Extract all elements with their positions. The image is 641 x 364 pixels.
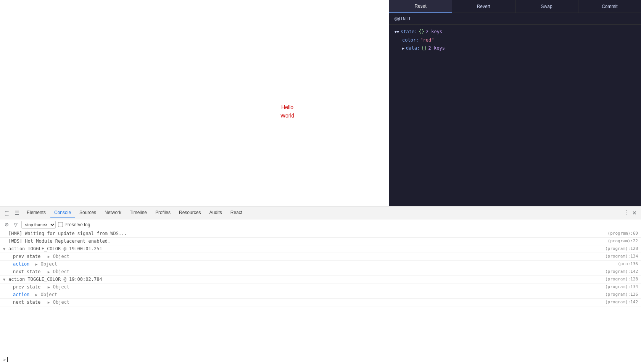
action2-next-line: ▶ next state Object (program):142 [0, 299, 641, 306]
swap-button[interactable]: Swap [515, 0, 578, 13]
state-key: state: [401, 28, 417, 36]
console-hmr-line: ▶ [HMR] Waiting for update signal from W… [0, 230, 641, 238]
action2-toggle[interactable] [3, 277, 7, 282]
console-cursor [7, 357, 8, 362]
preview-area: Hello World [0, 0, 389, 206]
action1-action-obj: Object [41, 261, 57, 267]
state-tree: ▼ state: {} 2 keys color: "red" ▶ data: … [389, 25, 641, 56]
action1-prev-text: prev state [13, 254, 46, 259]
action2-action-space [31, 292, 34, 297]
action2-next-obj: Object [53, 300, 69, 305]
color-key: color: [402, 36, 419, 45]
close-devtools-icon[interactable]: ✕ [631, 209, 638, 216]
action1-toggle[interactable] [3, 247, 7, 251]
tab-react[interactable]: React [227, 208, 246, 217]
action2-action-line: ▶ action Object (program):136 [0, 291, 641, 299]
action2-next-source: (program):142 [602, 300, 638, 304]
action2-action-source: (program):136 [602, 292, 638, 297]
action2-prev-line: ▶ prev state Object (program):134 [0, 283, 641, 291]
action2-next-text: next state [13, 300, 46, 305]
action1-next-source: (program):142 [602, 269, 638, 274]
toolbar: Reset Revert Swap Commit [389, 0, 641, 13]
frame-select[interactable]: <top frame> [21, 221, 56, 229]
action1-prev-source: (program):134 [602, 254, 638, 259]
console-wds-line: ▶ [WDS] Hot Module Replacement enabled. … [0, 238, 641, 245]
hello-world-text: Hello World [280, 103, 294, 120]
clear-console-icon[interactable]: ⊘ [3, 221, 10, 228]
action1-action-line: ▶ action Object (pro:136 [0, 261, 641, 268]
action2-prev-obj: Object [53, 284, 69, 290]
action2-prev-source: (program):134 [602, 284, 638, 289]
action1-action-toggle[interactable] [35, 262, 39, 266]
action2-header-source: (program):128 [602, 277, 638, 282]
hello-line: Hello [280, 103, 294, 111]
preserve-log-checkbox[interactable] [58, 222, 63, 227]
world-line: World [280, 111, 294, 120]
action2-action-text: action [13, 292, 29, 297]
action1-action-space [31, 261, 34, 267]
action1-header-text: action TOGGLE_COLOR @ 19:00:01.251 [8, 246, 102, 251]
action1-next-line: ▶ next state Object (program):142 [0, 268, 641, 276]
action2-prev-text: prev state [13, 284, 46, 290]
right-panel: Reset Revert Swap Commit @@INIT ▼ state:… [389, 0, 641, 206]
console-output: ▶ [HMR] Waiting for update signal from W… [0, 230, 641, 355]
hmr-text: [HMR] Waiting for update signal from WDS… [8, 231, 127, 236]
action1-prev-line: ▶ prev state Object (program):134 [0, 253, 641, 261]
preserve-log-text: Preserve log [64, 222, 90, 227]
tab-resources[interactable]: Resources [175, 208, 205, 217]
action2-header-text: action TOGGLE_COLOR @ 19:00:02.784 [8, 277, 102, 282]
tab-audits[interactable]: Audits [205, 208, 225, 217]
revert-button[interactable]: Revert [452, 0, 515, 13]
data-type: {} [421, 44, 427, 53]
preserve-log-label[interactable]: Preserve log [58, 222, 90, 227]
console-input-row: > [0, 355, 641, 364]
init-label: @@INIT [389, 13, 641, 25]
tab-sources[interactable]: Sources [76, 208, 100, 217]
state-count: 2 keys [426, 28, 442, 36]
filter-icon[interactable]: ▽ [12, 221, 19, 228]
action1-header-line: action TOGGLE_COLOR @ 19:00:01.251 (prog… [0, 245, 641, 253]
state-type: {} [419, 28, 424, 36]
tab-profiles[interactable]: Profiles [151, 208, 174, 217]
action1-header-source: (program):128 [602, 246, 638, 251]
tab-timeline[interactable]: Timeline [126, 208, 151, 217]
action1-prev-obj: Object [53, 254, 69, 259]
hmr-source: (program):60 [605, 231, 638, 236]
console-toolbar: ⊘ ▽ <top frame> Preserve log [0, 219, 641, 230]
data-toggle[interactable]: ▶ [402, 45, 404, 52]
devtools-tabs-bar: ⬚ ☰ Elements Console Sources Network Tim… [0, 206, 641, 219]
commit-button[interactable]: Commit [578, 0, 641, 13]
wds-source: (program):22 [605, 238, 638, 243]
more-options-icon[interactable]: ⋮ [623, 209, 630, 216]
wds-text: [WDS] Hot Module Replacement enabled. [8, 238, 110, 244]
action2-prev-toggle[interactable] [48, 285, 52, 289]
action1-next-text: next state [13, 269, 46, 274]
action2-action-toggle[interactable] [35, 293, 39, 297]
action1-prev-toggle[interactable] [48, 254, 52, 259]
devtools-panel: ⬚ ☰ Elements Console Sources Network Tim… [0, 206, 641, 364]
data-count: 2 keys [428, 44, 445, 53]
color-value: "red" [420, 36, 434, 45]
state-toggle[interactable]: ▼ [395, 29, 399, 35]
action1-next-obj: Object [53, 269, 69, 274]
console-prompt: > [3, 357, 6, 362]
data-key: data: [406, 44, 420, 53]
action1-action-source: (pro:136 [615, 261, 638, 266]
tab-network[interactable]: Network [101, 208, 125, 217]
action1-action-text: action [13, 261, 29, 267]
tab-console[interactable]: Console [50, 208, 75, 217]
reset-button[interactable]: Reset [389, 0, 452, 13]
inspect-element-icon[interactable]: ⬚ [3, 209, 11, 217]
action2-action-obj: Object [41, 292, 57, 297]
tab-elements[interactable]: Elements [23, 208, 50, 217]
action1-next-toggle[interactable] [48, 270, 52, 274]
action2-next-toggle[interactable] [48, 300, 52, 304]
mobile-icon[interactable]: ☰ [13, 209, 21, 217]
action2-header-line: action TOGGLE_COLOR @ 19:00:02.784 (prog… [0, 276, 641, 283]
